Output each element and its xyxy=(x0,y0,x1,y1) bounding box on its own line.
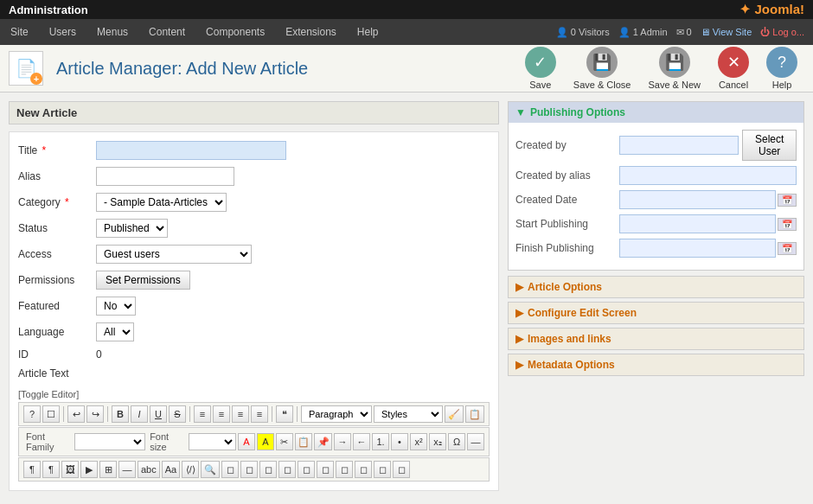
video-btn[interactable]: ▶ xyxy=(80,461,98,478)
ol-btn[interactable]: 1. xyxy=(372,433,389,450)
align-left-btn[interactable]: ≡ xyxy=(194,405,211,423)
language-select[interactable]: All xyxy=(96,322,134,341)
access-select[interactable]: Guest users xyxy=(96,245,252,264)
finish-publishing-calendar[interactable]: 📅 xyxy=(778,242,797,255)
collapse-icon: ▼ xyxy=(515,106,526,118)
align-center-btn[interactable]: ≡ xyxy=(213,405,230,423)
copy-btn[interactable]: 📋 xyxy=(295,433,313,450)
redo-btn[interactable]: ↪ xyxy=(86,405,104,423)
start-publishing-calendar[interactable]: 📅 xyxy=(778,218,797,231)
undo-btn[interactable]: ↩ xyxy=(67,405,85,423)
cut-btn[interactable]: ✂ xyxy=(276,433,293,450)
save-button[interactable]: ✓ Save xyxy=(518,43,563,93)
help-btn[interactable]: ? xyxy=(23,405,41,423)
featured-control: No xyxy=(96,297,490,316)
remove-format-btn[interactable]: 🧹 xyxy=(445,405,464,423)
nav-item-menus[interactable]: Menus xyxy=(86,19,138,45)
id-value: 0 xyxy=(96,348,490,360)
font-size-select[interactable] xyxy=(189,433,236,450)
indent-btn[interactable]: → xyxy=(334,433,351,450)
start-publishing-input[interactable] xyxy=(619,214,776,233)
editor-toolbar-3: ¶ ¶ 🖼 ▶ ⊞ — abc Aa ⟨/⟩ 🔍 ◻ ◻ ◻ ◻ ◻ ◻ ◻ xyxy=(18,457,490,482)
extra2-btn[interactable]: ◻ xyxy=(240,461,258,478)
subscript-btn[interactable]: x₂ xyxy=(429,433,446,450)
paste-btn[interactable]: 📋 xyxy=(465,405,484,423)
extra5-btn[interactable]: ◻ xyxy=(298,461,315,478)
help-button[interactable]: ? Help xyxy=(759,43,804,93)
featured-select[interactable]: No xyxy=(96,297,136,316)
hr-btn[interactable]: — xyxy=(118,461,136,478)
table-btn[interactable]: ⊞ xyxy=(99,461,117,478)
extra3-btn[interactable]: ◻ xyxy=(259,461,277,478)
language-row: Language All xyxy=(18,322,490,341)
superscript-btn[interactable]: x² xyxy=(410,433,427,450)
select-user-button[interactable]: Select User xyxy=(742,130,797,161)
format-select[interactable]: Paragraph xyxy=(301,405,372,423)
set-permissions-button[interactable]: Set Permissions xyxy=(96,271,190,290)
nav-item-extensions[interactable]: Extensions xyxy=(275,19,347,45)
styles-select[interactable]: Styles xyxy=(374,405,443,423)
created-by-input[interactable] xyxy=(619,136,739,155)
configure-edit-header[interactable]: ▶ Configure Edit Screen xyxy=(509,303,803,323)
paste2-btn[interactable]: 📌 xyxy=(314,433,332,450)
save-close-button[interactable]: 💾 Save & Close xyxy=(567,43,638,93)
created-date-input[interactable] xyxy=(619,190,776,209)
align-justify-btn[interactable]: ≡ xyxy=(251,405,268,423)
metadata-options-header[interactable]: ▶ Metadata Options xyxy=(509,354,803,375)
logout-link[interactable]: ⏻ Log o... xyxy=(760,27,804,37)
view-site-link[interactable]: 🖥 View Site xyxy=(701,27,752,37)
images-links-header[interactable]: ▶ Images and links xyxy=(509,329,803,349)
font-color-btn[interactable]: A xyxy=(238,433,255,450)
extra7-btn[interactable]: ◻ xyxy=(336,461,353,478)
font-size-label: Font size xyxy=(147,431,187,453)
nav-item-site[interactable]: Site xyxy=(0,19,39,45)
ul-btn[interactable]: • xyxy=(391,433,408,450)
publishing-body: Created by Select User Created by alias … xyxy=(509,123,803,270)
bold-btn[interactable]: B xyxy=(112,405,129,423)
caps-btn[interactable]: Aa xyxy=(162,461,180,478)
italic-btn[interactable]: I xyxy=(131,405,148,423)
extra4-btn[interactable]: ◻ xyxy=(278,461,296,478)
extra8-btn[interactable]: ◻ xyxy=(355,461,372,478)
cancel-button[interactable]: ✕ Cancel xyxy=(711,43,756,93)
publishing-header[interactable]: ▼ Publishing Options xyxy=(509,102,803,123)
nav-item-components[interactable]: Components xyxy=(195,19,275,45)
strikethrough-btn[interactable]: S xyxy=(169,405,186,423)
nav-item-help[interactable]: Help xyxy=(347,19,389,45)
status-select[interactable]: Published xyxy=(96,219,168,238)
nav-item-users[interactable]: Users xyxy=(39,19,86,45)
nav-item-content[interactable]: Content xyxy=(138,19,195,45)
img-btn[interactable]: 🖼 xyxy=(61,461,79,478)
extra1-btn[interactable]: ◻ xyxy=(221,461,239,478)
save-new-button[interactable]: 💾 Save & New xyxy=(641,43,707,93)
extra9-btn[interactable]: ◻ xyxy=(374,461,391,478)
title-label: Title * xyxy=(18,144,96,156)
toggle-editor[interactable]: [Toggle Editor] xyxy=(18,386,490,402)
outdent-btn[interactable]: ← xyxy=(353,433,370,450)
spellcheck-btn[interactable]: abc xyxy=(138,461,160,478)
highlight-color-btn[interactable]: A xyxy=(257,433,274,450)
underline-btn[interactable]: U xyxy=(150,405,167,423)
para-btn[interactable]: ¶ xyxy=(23,461,41,478)
new-doc-btn[interactable]: ☐ xyxy=(42,405,60,423)
category-select[interactable]: - Sample Data-Articles xyxy=(96,193,227,212)
permissions-row: Permissions Set Permissions xyxy=(18,271,490,290)
font-family-select[interactable] xyxy=(74,433,145,450)
extra10-btn[interactable]: ◻ xyxy=(393,461,410,478)
publishing-options-section: ▼ Publishing Options Created by Select U… xyxy=(508,101,804,271)
align-right-btn[interactable]: ≡ xyxy=(232,405,249,423)
pilcrow-btn[interactable]: ¶ xyxy=(42,461,60,478)
finish-publishing-input[interactable] xyxy=(619,239,776,258)
blockquote-btn[interactable]: ❝ xyxy=(276,405,293,423)
created-by-alias-input[interactable] xyxy=(619,166,797,185)
fullscreen-btn[interactable]: — xyxy=(467,433,484,450)
alias-input[interactable] xyxy=(96,167,234,186)
code-btn[interactable]: ⟨/⟩ xyxy=(182,461,199,478)
title-input[interactable] xyxy=(96,141,286,160)
find-btn[interactable]: 🔍 xyxy=(201,461,220,478)
special-chars-btn[interactable]: Ω xyxy=(448,433,465,450)
save-icon: ✓ xyxy=(525,47,556,78)
extra6-btn[interactable]: ◻ xyxy=(317,461,334,478)
article-options-header[interactable]: ▶ Article Options xyxy=(509,277,803,297)
created-date-calendar[interactable]: 📅 xyxy=(778,194,797,207)
